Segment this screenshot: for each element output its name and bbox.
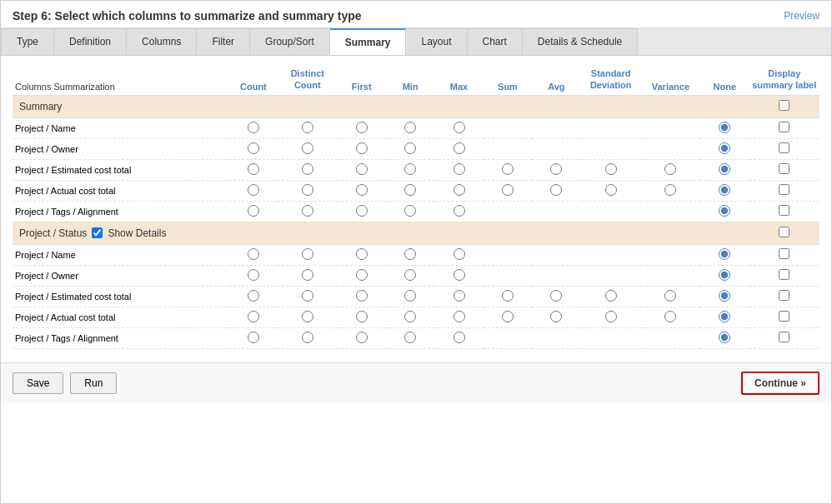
radio-count[interactable] [248, 290, 259, 302]
radio-sum[interactable] [502, 163, 514, 175]
radio-none[interactable] [719, 205, 730, 217]
radio-none[interactable] [719, 248, 730, 260]
radio-count[interactable] [248, 205, 259, 217]
radio-sum[interactable] [502, 184, 514, 196]
radio-none[interactable] [719, 122, 730, 133]
display-checkbox[interactable] [779, 184, 789, 195]
radio-count[interactable] [248, 163, 259, 175]
radio-first[interactable] [356, 163, 368, 175]
radio-avg[interactable] [550, 163, 562, 175]
radio-none[interactable] [719, 311, 730, 322]
radio-avg[interactable] [550, 290, 562, 302]
radio-min[interactable] [404, 205, 416, 217]
radio-count[interactable] [248, 248, 259, 260]
radio-none[interactable] [719, 163, 730, 175]
radio-min[interactable] [404, 184, 416, 196]
display-checkbox[interactable] [779, 269, 789, 280]
radio-min[interactable] [404, 163, 416, 175]
radio-distinct[interactable] [302, 163, 313, 175]
tab-filter[interactable]: Filter [197, 28, 250, 55]
radio-variance[interactable] [664, 163, 676, 175]
radio-count[interactable] [248, 332, 259, 343]
tab-layout[interactable]: Layout [406, 28, 467, 55]
display-checkbox[interactable] [779, 142, 789, 153]
display-checkbox[interactable] [779, 332, 789, 342]
tab-summary[interactable]: Summary [330, 28, 407, 55]
radio-count[interactable] [248, 269, 259, 281]
radio-min[interactable] [404, 332, 416, 343]
radio-first[interactable] [356, 332, 368, 343]
radio-std[interactable] [605, 163, 617, 175]
radio-first[interactable] [356, 205, 368, 217]
radio-distinct[interactable] [302, 142, 313, 154]
tab-group-sort[interactable]: Group/Sort [250, 28, 330, 55]
radio-min[interactable] [404, 290, 416, 302]
radio-count[interactable] [248, 122, 259, 133]
radio-none[interactable] [719, 142, 730, 154]
radio-max[interactable] [454, 311, 465, 322]
radio-max[interactable] [454, 122, 465, 133]
radio-max[interactable] [454, 163, 465, 175]
radio-std[interactable] [605, 290, 617, 302]
tab-details-schedule[interactable]: Details & Schedule [523, 28, 638, 55]
run-button[interactable]: Run [70, 372, 117, 394]
radio-distinct[interactable] [302, 269, 313, 281]
radio-none[interactable] [719, 290, 730, 302]
radio-max[interactable] [454, 332, 465, 343]
tab-chart[interactable]: Chart [468, 28, 523, 55]
radio-distinct[interactable] [302, 248, 313, 260]
radio-std[interactable] [605, 311, 617, 322]
display-checkbox[interactable] [779, 290, 789, 301]
tab-type[interactable]: Type [1, 28, 54, 55]
radio-distinct[interactable] [302, 332, 313, 343]
display-checkbox[interactable] [779, 311, 789, 322]
radio-avg[interactable] [550, 184, 562, 196]
display-checkbox[interactable] [779, 248, 789, 259]
radio-count[interactable] [248, 311, 259, 322]
radio-min[interactable] [404, 122, 416, 133]
show-details-checkbox[interactable] [92, 227, 103, 238]
display-checkbox[interactable] [779, 163, 789, 174]
section-status-display-checkbox[interactable] [779, 227, 789, 237]
radio-min[interactable] [404, 248, 416, 260]
display-checkbox[interactable] [779, 122, 789, 132]
radio-variance[interactable] [664, 311, 676, 322]
continue-button[interactable]: Continue » [741, 372, 819, 395]
radio-avg[interactable] [550, 311, 562, 322]
radio-std[interactable] [605, 184, 617, 196]
radio-first[interactable] [356, 290, 368, 302]
radio-none[interactable] [719, 332, 730, 343]
radio-first[interactable] [356, 269, 368, 281]
radio-max[interactable] [454, 142, 465, 154]
radio-max[interactable] [454, 184, 465, 196]
radio-max[interactable] [454, 248, 465, 260]
radio-variance[interactable] [664, 290, 676, 302]
radio-sum[interactable] [502, 290, 514, 302]
radio-distinct[interactable] [302, 122, 313, 133]
radio-variance[interactable] [664, 184, 676, 196]
radio-distinct[interactable] [302, 311, 313, 322]
radio-distinct[interactable] [302, 205, 313, 217]
section-summary-display-checkbox[interactable] [779, 100, 789, 111]
radio-distinct[interactable] [302, 290, 313, 302]
display-checkbox[interactable] [779, 205, 789, 216]
radio-first[interactable] [356, 142, 368, 154]
radio-first[interactable] [356, 184, 368, 196]
radio-distinct[interactable] [302, 184, 313, 196]
radio-min[interactable] [404, 142, 416, 154]
radio-count[interactable] [248, 184, 259, 196]
radio-none[interactable] [719, 269, 730, 281]
radio-max[interactable] [454, 205, 465, 217]
radio-max[interactable] [454, 269, 465, 281]
radio-max[interactable] [454, 290, 465, 302]
radio-min[interactable] [404, 269, 416, 281]
radio-first[interactable] [356, 248, 368, 260]
radio-first[interactable] [356, 311, 368, 322]
radio-min[interactable] [404, 311, 416, 322]
radio-none[interactable] [719, 184, 730, 196]
tab-columns[interactable]: Columns [127, 28, 197, 55]
radio-sum[interactable] [502, 311, 514, 322]
save-button[interactable]: Save [13, 372, 63, 394]
radio-first[interactable] [356, 122, 368, 133]
tab-definition[interactable]: Definition [54, 28, 127, 55]
